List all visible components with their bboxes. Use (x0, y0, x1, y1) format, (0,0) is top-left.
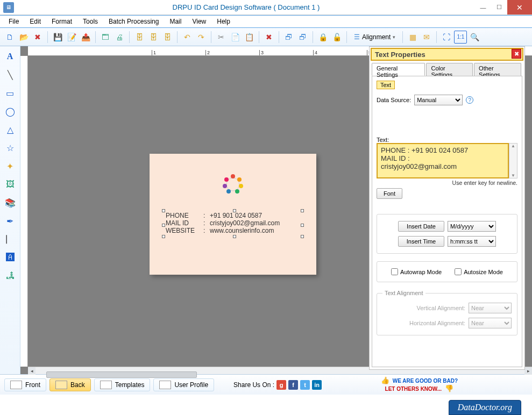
db3-icon[interactable]: 🗄 (161, 31, 174, 44)
bring-front-icon[interactable]: 🗗 (282, 31, 295, 44)
fit-icon[interactable]: ⛶ (440, 31, 453, 44)
unlock-icon[interactable]: 🔓 (330, 31, 343, 44)
cut-icon[interactable]: ✂ (215, 31, 228, 44)
export-icon[interactable]: 📤 (79, 31, 92, 44)
linkedin-icon[interactable]: in (312, 380, 322, 390)
svg-point-6 (223, 184, 227, 188)
triangle-tool-icon[interactable]: △ (3, 123, 17, 137)
user-profile-button[interactable]: User Profile (153, 378, 214, 391)
minimize-button[interactable] (475, 0, 491, 15)
paste-icon[interactable]: 📋 (243, 31, 256, 44)
menu-format[interactable]: Format (47, 17, 76, 26)
tab-general[interactable]: General Settings (372, 63, 425, 76)
scroll-right-arrow[interactable]: ▸ (524, 367, 532, 375)
open-icon[interactable]: 📂 (17, 31, 30, 44)
time-format-select[interactable]: h:mm:ss tt (448, 236, 496, 247)
card-canvas[interactable]: PHONE:+91 901 024 0587 MAIL ID:cristyjoy… (150, 154, 316, 275)
scroll-thumb[interactable] (46, 371, 197, 378)
barcode-tool-icon[interactable]: ⎹⎸⎹ (3, 232, 17, 246)
menu-edit[interactable]: Edit (25, 17, 45, 26)
text-tool-icon[interactable]: A (3, 49, 17, 63)
tab-other[interactable]: Other Settings (474, 63, 521, 76)
close-button[interactable] (507, 0, 532, 15)
card-logo[interactable] (219, 171, 246, 198)
help-icon[interactable]: ? (466, 96, 473, 104)
menu-tools[interactable]: Tools (79, 17, 102, 26)
ellipse-tool-icon[interactable]: ◯ (3, 104, 17, 118)
valign-select: Near (469, 303, 512, 313)
tab-color[interactable]: Color Settings (426, 63, 473, 76)
redo-icon[interactable]: ↷ (195, 31, 208, 44)
menu-file[interactable]: File (4, 17, 23, 26)
scroll-left-arrow[interactable]: ◂ (28, 367, 36, 375)
datasource-label: Data Source: (377, 97, 411, 103)
remove-icon[interactable]: ✖ (263, 31, 275, 44)
mail-icon[interactable]: ✉ (420, 31, 433, 44)
svg-point-2 (237, 177, 242, 182)
panel-title: Text Properties (375, 51, 519, 59)
library-tool-icon[interactable]: 📚 (3, 196, 17, 210)
delete-icon[interactable]: ✖ (31, 31, 44, 44)
maximize-button[interactable] (491, 0, 507, 15)
grid-icon[interactable]: ▦ (406, 31, 419, 44)
text-scrollbar[interactable]: ▲▼ (509, 143, 517, 178)
newline-hint: Use enter key for newline. (377, 180, 517, 186)
insert-time-button[interactable]: Insert Time (398, 236, 444, 247)
print-icon[interactable]: 🖨 (113, 31, 126, 44)
lock-icon[interactable]: 🔒 (316, 31, 329, 44)
alignment-dropdown[interactable]: ☰Alignment (350, 32, 399, 42)
datasource-select[interactable]: Manual (414, 95, 463, 105)
halign-select: Near (469, 318, 512, 328)
templates-icon (100, 381, 112, 389)
svg-point-5 (226, 189, 231, 194)
menu-batch[interactable]: Batch Processing (104, 17, 163, 26)
send-back-icon[interactable]: 🗗 (296, 31, 309, 44)
svg-point-4 (235, 189, 239, 194)
autosize-checkbox[interactable]: Autosize Mode (455, 268, 503, 275)
font-button[interactable]: Font (377, 188, 402, 199)
front-button[interactable]: Front (4, 378, 46, 391)
star-tool-icon[interactable]: ☆ (3, 141, 17, 155)
menu-mail[interactable]: Mail (165, 17, 186, 26)
actual-size-icon[interactable]: 1:1 (454, 31, 467, 44)
brand-logo[interactable]: DataDoctor.org (449, 400, 521, 415)
window-title: DRPU ID Card Design Software ( Document … (17, 3, 475, 11)
back-icon (55, 381, 67, 389)
back-button[interactable]: Back (49, 378, 91, 391)
insert-date-button[interactable]: Insert Date (398, 221, 444, 232)
db2-icon[interactable]: 🗄 (147, 31, 160, 44)
side-toolbar: A ╲ ▭ ◯ △ ☆ ✦ 🖼 📚 ✒ ⎹⎸⎹ 🅰 🏞 (0, 46, 20, 374)
line-tool-icon[interactable]: ╲ (3, 68, 17, 82)
saveas-icon[interactable]: 📝 (65, 31, 78, 44)
background-tool-icon[interactable]: 🏞 (3, 269, 17, 283)
svg-point-7 (224, 177, 229, 182)
templates-button[interactable]: Templates (94, 378, 151, 391)
vertical-ruler (20, 56, 28, 367)
text-input[interactable]: PHONE : +91 901 024 0587 MAIL ID : crist… (377, 143, 509, 178)
menu-view[interactable]: View (188, 17, 210, 26)
copy-icon[interactable]: 📄 (229, 31, 242, 44)
image-tool-icon[interactable]: 🖼 (3, 177, 17, 191)
autowrap-checkbox[interactable]: Autowrap Mode (391, 268, 442, 275)
zoom-in-icon[interactable]: 🔍 (468, 31, 481, 44)
menu-help[interactable]: Help (212, 17, 235, 26)
panel-close-icon[interactable]: ✖ (512, 49, 521, 59)
save-icon[interactable]: 💾 (51, 31, 64, 44)
facebook-icon[interactable]: f (288, 380, 298, 390)
rectangle-tool-icon[interactable]: ▭ (3, 86, 17, 100)
twitter-icon[interactable]: t (300, 380, 310, 390)
profile-icon (159, 381, 171, 389)
signature-tool-icon[interactable]: ✒ (3, 214, 17, 228)
googleplus-icon[interactable]: g (276, 380, 286, 390)
print-preview-icon[interactable]: 🗔 (99, 31, 112, 44)
undo-icon[interactable]: ↶ (181, 31, 194, 44)
db1-icon[interactable]: 🗄 (133, 31, 146, 44)
titlebar: 🖥 DRPU ID Card Design Software ( Documen… (0, 0, 532, 15)
new-icon[interactable]: 🗋 (3, 31, 16, 44)
front-icon (10, 381, 22, 389)
rate-us-link[interactable]: 👍 WE ARE GOOD OR BAD? LET OTHERS KNOW...… (381, 377, 458, 392)
watermark-tool-icon[interactable]: 🅰 (3, 251, 17, 264)
shape-tool-icon[interactable]: ✦ (3, 159, 17, 173)
selection-handles[interactable] (164, 211, 302, 237)
date-format-select[interactable]: M/d/yyyy (448, 221, 496, 232)
